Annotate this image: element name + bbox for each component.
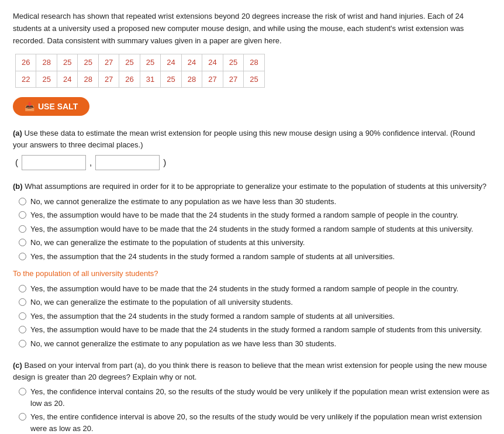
intro-text: Medical research has shown that repeated… — [13, 11, 491, 47]
part-b-sub-radio-4[interactable] — [19, 340, 26, 347]
table-cell: 31 — [140, 71, 160, 88]
table-cell: 25 — [244, 71, 264, 88]
part-b-sub-radio-0[interactable] — [19, 285, 26, 292]
part-c-text: Based on your interval from part (a), do… — [13, 361, 487, 381]
part-b-option-text: Yes, the assumption that the 24 students… — [30, 251, 395, 263]
part-c-option-text: Yes, the entire confidence interval is a… — [30, 411, 491, 434]
part-b-radio-item[interactable]: Yes, the assumption that the 24 students… — [19, 251, 491, 263]
table-cell: 28 — [78, 71, 98, 88]
part-c-radio-1[interactable] — [19, 413, 26, 421]
part-b-sub-option-text: Yes, the assumption would have to be mad… — [30, 324, 482, 336]
comma: , — [89, 156, 92, 170]
part-b-text: What assumptions are required in order f… — [25, 182, 486, 191]
table-cell: 28 — [181, 71, 202, 88]
section-c: (c) Based on your interval from part (a)… — [13, 360, 491, 434]
salt-icon: 📥 — [25, 102, 34, 111]
part-b-radio-0[interactable] — [19, 198, 26, 205]
table-cell: 22 — [16, 71, 36, 88]
part-b-sub-label: To the population of all university stud… — [13, 268, 491, 280]
part-b-sub-radio-1[interactable] — [19, 298, 26, 306]
part-c-radio-0[interactable] — [19, 388, 26, 395]
part-b-sub-radio-group: Yes, the assumption would have to be mad… — [19, 283, 491, 350]
part-b-sub-radio-item[interactable]: Yes, the assumption would have to be mad… — [19, 283, 491, 295]
part-c-radio-item[interactable]: Yes, the entire confidence interval is a… — [19, 411, 491, 434]
table-cell: 25 — [223, 54, 243, 71]
open-paren: ( — [15, 156, 18, 170]
part-c-label: (c) — [13, 361, 22, 370]
part-b-sub-radio-item[interactable]: No, we can generalize the estimate to th… — [19, 297, 491, 308]
table-cell: 27 — [98, 71, 119, 88]
table-cell: 26 — [16, 54, 36, 71]
close-paren: ) — [163, 156, 166, 170]
part-b-radio-item[interactable]: No, we can generalize the estimate to th… — [19, 237, 491, 249]
part-b-sub-radio-2[interactable] — [19, 312, 26, 320]
table-cell: 24 — [57, 71, 77, 88]
part-b-option-text: Yes, the assumption would have to be mad… — [30, 223, 473, 235]
part-c-radio-group: Yes, the confidence interval contains 20… — [19, 386, 491, 434]
part-b-radio-4[interactable] — [19, 253, 26, 260]
section-b: (b) What assumptions are required in ord… — [13, 181, 491, 349]
table-cell: 25 — [140, 54, 160, 71]
table-cell: 25 — [57, 54, 77, 71]
table-cell: 26 — [119, 71, 140, 88]
table-cell: 27 — [98, 54, 119, 71]
table-cell: 24 — [202, 54, 223, 71]
section-a: (a) Use these data to estimate the mean … — [13, 128, 491, 170]
table-cell: 25 — [119, 54, 140, 71]
table-cell: 24 — [161, 54, 181, 71]
part-b-radio-item[interactable]: No, we cannot generalize the estimate to… — [19, 196, 491, 208]
part-b-radio-item[interactable]: Yes, the assumption would have to be mad… — [19, 223, 491, 235]
part-c-radio-item[interactable]: Yes, the confidence interval contains 20… — [19, 386, 491, 409]
table-cell: 25 — [78, 54, 98, 71]
part-b-label: (b) — [13, 182, 23, 191]
part-b-sub-option-text: Yes, the assumption would have to be mad… — [30, 283, 458, 295]
interval-lower-input[interactable] — [22, 155, 86, 170]
table-cell: 27 — [223, 71, 243, 88]
part-b-radio-1[interactable] — [19, 211, 26, 219]
table-cell: 24 — [181, 54, 202, 71]
part-b-sub-radio-item[interactable]: Yes, the assumption that the 24 students… — [19, 311, 491, 322]
table-cell: 27 — [202, 71, 223, 88]
table-cell: 28 — [244, 54, 264, 71]
part-b-option-text: No, we can generalize the estimate to th… — [30, 237, 305, 249]
part-a-label: (a) — [13, 129, 22, 137]
part-b-sub-radio-item[interactable]: Yes, the assumption would have to be mad… — [19, 324, 491, 336]
use-salt-button[interactable]: 📥 USE SALT — [13, 97, 89, 116]
table-cell: 28 — [36, 54, 57, 71]
part-b-radio-group: No, we cannot generalize the estimate to… — [19, 196, 491, 263]
part-c-option-text: Yes, the confidence interval contains 20… — [30, 386, 491, 409]
part-b-option-text: No, we cannot generalize the estimate to… — [30, 196, 336, 208]
interval-upper-input[interactable] — [95, 155, 160, 170]
part-a-text: Use these data to estimate the mean wris… — [13, 129, 475, 149]
part-b-radio-item[interactable]: Yes, the assumption would have to be mad… — [19, 209, 491, 221]
part-b-sub-radio-item[interactable]: No, we cannot generalize the estimate to… — [19, 338, 491, 350]
use-salt-label: USE SALT — [38, 102, 78, 111]
part-b-radio-2[interactable] — [19, 225, 26, 233]
part-b-sub-option-text: No, we can generalize the estimate to th… — [30, 297, 293, 308]
part-b-sub-radio-3[interactable] — [19, 326, 26, 333]
table-cell: 25 — [36, 71, 57, 88]
part-b-option-text: Yes, the assumption would have to be mad… — [30, 209, 458, 221]
part-b-sub-option-text: No, we cannot generalize the estimate to… — [30, 338, 336, 350]
table-cell: 25 — [161, 71, 181, 88]
part-b-radio-3[interactable] — [19, 239, 26, 246]
part-b-sub-option-text: Yes, the assumption that the 24 students… — [30, 311, 395, 322]
data-table: 2628252527252524242425282225242827263125… — [15, 54, 265, 88]
